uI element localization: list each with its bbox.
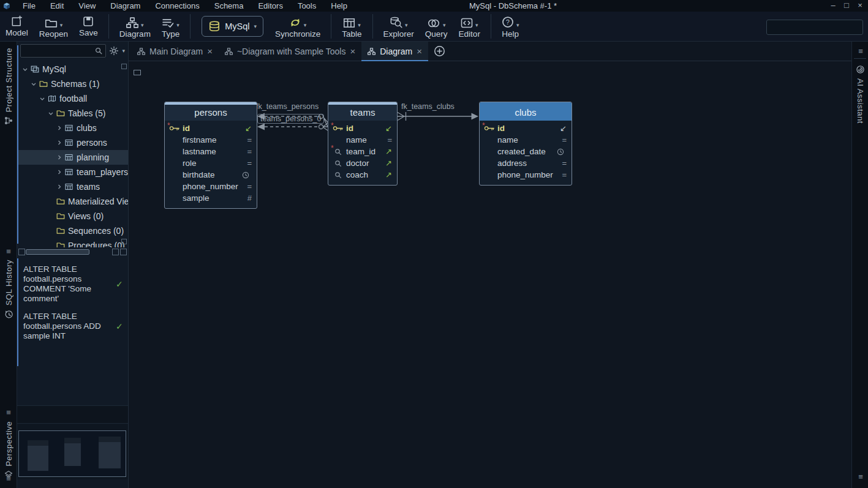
tab-diagram-with-sample-tools[interactable]: ~Diagram with Sample Tools × (219, 42, 361, 61)
relation-label-fk-teams-clubs[interactable]: fk_teams_clubs (401, 102, 455, 111)
diagram-table-persons[interactable]: persons * id ↙ firstname = (164, 102, 257, 209)
tree-item-clubs[interactable]: clubs (17, 121, 128, 135)
query-button[interactable]: ▾ Query (425, 15, 448, 39)
column-row-name[interactable]: name = (328, 134, 397, 146)
column-row-firstname[interactable]: firstname = (165, 134, 257, 146)
gear-icon[interactable] (109, 46, 119, 56)
diagram-corner-button[interactable] (134, 70, 141, 75)
project-structure-tab[interactable]: Project Structure (0, 48, 17, 125)
bottom-right-menu-button[interactable]: ≡ (852, 472, 868, 481)
diagram-button[interactable]: ▾ Diagram (119, 15, 151, 39)
tree-item-team-players[interactable]: team_players (17, 165, 128, 179)
menu-view[interactable]: View (71, 0, 103, 12)
table-title[interactable]: persons (165, 105, 257, 121)
tree-item-procedures[interactable]: Procedures (0) (17, 238, 128, 247)
tree-item-sequences[interactable]: Sequences (0) (17, 223, 128, 238)
type-button[interactable]: ▾ Type (162, 15, 179, 39)
chevron-right-icon[interactable] (55, 184, 63, 190)
table-title[interactable]: teams (328, 105, 397, 121)
menu-tools[interactable]: Tools (290, 0, 323, 12)
perspective-tab[interactable]: Perspective (0, 421, 17, 479)
menu-editors[interactable]: Editors (251, 0, 290, 12)
explorer-button[interactable]: ▾ Explorer (383, 15, 414, 39)
tree-scrollbar-bottom[interactable] (121, 239, 127, 244)
column-row-doctor[interactable]: doctor ↗ (328, 157, 397, 169)
chevron-down-icon[interactable] (29, 81, 37, 87)
column-row-birthdate[interactable]: birthdate (165, 169, 257, 181)
tree-item-teams[interactable]: teams (17, 179, 128, 194)
chevron-down-icon[interactable]: ▾ (122, 48, 125, 54)
global-search-field[interactable] (767, 23, 868, 32)
sql-history-tab[interactable]: SQL History (0, 260, 17, 319)
tree-filter-field[interactable] (21, 47, 95, 55)
column-row-id[interactable]: * id ↙ (328, 122, 397, 134)
synchronize-button[interactable]: ▾ Synchronize (275, 15, 320, 39)
menu-edit[interactable]: Edit (43, 0, 71, 12)
relation-label-fk-teams-persons[interactable]: fk_teams_persons (256, 102, 319, 111)
column-row-id[interactable]: * id ↙ (480, 122, 572, 134)
ai-assistant-tab[interactable]: AI Assistant (852, 65, 868, 124)
column-row-name[interactable]: name = (480, 134, 572, 146)
table-title[interactable]: clubs (480, 105, 572, 121)
menu-help[interactable]: Help (323, 0, 355, 12)
menu-file[interactable]: File (15, 0, 43, 12)
diagram-canvas[interactable]: Main Diagram × ~Diagram with Sample Tool… (129, 42, 851, 488)
close-icon[interactable]: × (207, 46, 213, 56)
tree-item-persons[interactable]: persons (17, 135, 128, 150)
tree-item-views[interactable]: Views (0) (17, 209, 128, 223)
new-tab-button[interactable] (434, 45, 445, 57)
editor-button[interactable]: ▾ Editor (459, 15, 480, 39)
chevron-down-icon[interactable] (38, 96, 46, 102)
connection-selector[interactable]: MySql ▾ (202, 16, 263, 37)
chevron-right-icon[interactable] (55, 125, 63, 131)
scroll-right-button[interactable] (112, 249, 119, 255)
scroll-left-button[interactable] (18, 249, 25, 255)
close-icon[interactable]: × (350, 46, 355, 56)
scrollbar-thumb[interactable] (26, 249, 89, 255)
tab-main-diagram[interactable]: Main Diagram × (131, 42, 219, 61)
maximize-button[interactable]: □ (841, 0, 852, 12)
sql-history-entry[interactable]: ALTER TABLE football.persons COMMENT 'So… (23, 265, 126, 304)
chevron-down-icon[interactable] (47, 111, 55, 116)
sql-history-menu-button[interactable]: ≡ (0, 247, 17, 256)
chevron-right-icon[interactable] (55, 140, 63, 146)
menu-connections[interactable]: Connections (148, 0, 206, 12)
column-row-address[interactable]: address = (480, 157, 572, 169)
column-row-coach[interactable]: coach ↗ (328, 169, 397, 181)
column-row-sample[interactable]: sample # (165, 192, 257, 204)
tree-horizontal-scrollbar[interactable] (17, 247, 128, 257)
column-row-id[interactable]: * id ↙ (165, 122, 257, 134)
tree-item-planning[interactable]: planning (17, 150, 128, 165)
bottom-dock-menu-button[interactable]: ≡ (0, 474, 17, 483)
sql-history-entry[interactable]: ALTER TABLE football.persons ADD sample … (23, 312, 126, 341)
model-button[interactable]: Model (6, 15, 28, 37)
chevron-down-icon[interactable] (21, 67, 29, 72)
column-row-team-id[interactable]: * team_id ↗ (328, 146, 397, 157)
column-row-phone-number[interactable]: phone_number = (165, 181, 257, 192)
tree-item-materialized-views[interactable]: Materialized Views (17, 194, 128, 209)
table-button[interactable]: ▾ Table (342, 15, 361, 39)
tree-item-tables[interactable]: Tables (5) (17, 106, 128, 121)
minimize-button[interactable]: – (828, 0, 839, 12)
column-row-role[interactable]: role = (165, 157, 257, 169)
diagram-table-teams[interactable]: teams * id ↙ name = (328, 102, 398, 186)
reopen-button[interactable]: ▾ Reopen (39, 15, 68, 39)
close-button[interactable]: × (855, 0, 866, 12)
ai-panel-menu-button[interactable]: ≡ (852, 47, 868, 56)
perspective-menu-button[interactable]: ≡ (0, 408, 17, 417)
relation-label-teams-persons-0[interactable]: teams_persons_0 (257, 114, 324, 124)
tree-item-football[interactable]: football (17, 91, 128, 106)
tab-diagram[interactable]: Diagram × (361, 42, 428, 61)
save-button[interactable]: Save (79, 16, 98, 37)
menu-schema[interactable]: Schema (207, 0, 251, 12)
chevron-right-icon[interactable] (55, 169, 63, 175)
menu-diagram[interactable]: Diagram (103, 0, 148, 12)
tree-item-mysql[interactable]: MySql (17, 62, 128, 77)
close-icon[interactable]: × (417, 46, 422, 56)
column-row-phone-number[interactable]: phone_number = (480, 169, 572, 181)
diagram-table-clubs[interactable]: clubs * id ↙ name = (479, 102, 572, 186)
tree-filter-input[interactable] (20, 44, 106, 58)
help-button[interactable]: ? ▾ Help (502, 15, 519, 39)
tree-scrollbar-top[interactable] (121, 64, 127, 69)
chevron-right-icon[interactable] (55, 154, 63, 160)
